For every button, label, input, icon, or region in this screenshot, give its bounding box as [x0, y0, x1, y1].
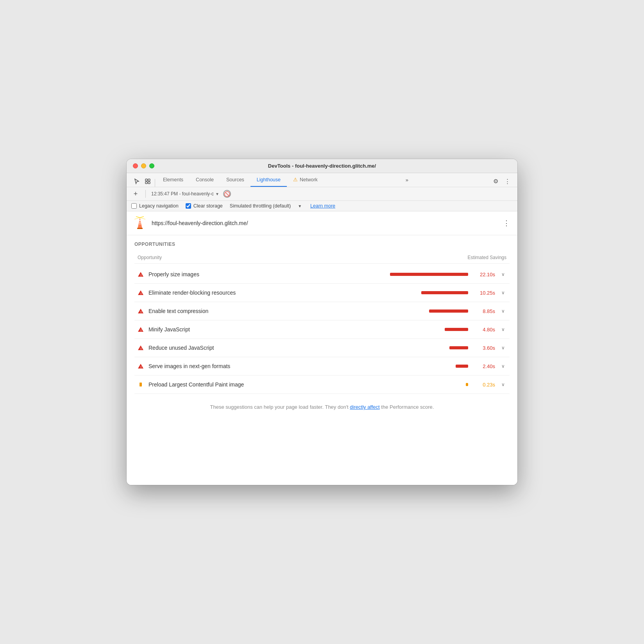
- tab-console[interactable]: Console: [190, 173, 220, 187]
- savings-bar: [449, 346, 468, 349]
- svg-text:!: !: [141, 347, 142, 351]
- inspect-element-button[interactable]: [142, 176, 153, 187]
- audit-divider: [145, 190, 146, 198]
- options-row: Legacy navigation Clear storage Simulate…: [127, 201, 517, 211]
- svg-rect-0: [145, 179, 147, 181]
- clear-storage-checkbox[interactable]: [186, 203, 191, 209]
- table-row[interactable]: ! Enable text compression 8.85s ∨: [134, 302, 510, 320]
- savings-value: 3.60s: [478, 345, 495, 351]
- tab-bar: Elements Console Sources Lighthouse ⚠ Ne…: [127, 173, 517, 187]
- expand-button[interactable]: ∨: [500, 308, 506, 315]
- savings-bar-container: [456, 365, 468, 368]
- error-icon: !: [138, 345, 144, 351]
- learn-more-link[interactable]: Learn more: [310, 203, 335, 209]
- svg-text:!: !: [141, 329, 142, 332]
- savings-bar-container: [429, 309, 468, 313]
- table-header: Opportunity Estimated Savings: [134, 253, 510, 264]
- opportunities-section: OPPORTUNITIES Opportunity Estimated Savi…: [127, 235, 517, 397]
- expand-button[interactable]: ∨: [500, 344, 506, 351]
- opportunity-name: Serve images in next-gen formats: [148, 363, 451, 369]
- opportunity-name: Minify JavaScript: [148, 326, 440, 333]
- opportunity-name: Eliminate render-blocking resources: [148, 290, 417, 296]
- throttling-label: Simulated throttling (default): [230, 203, 291, 209]
- cursor-tool-button[interactable]: [131, 176, 142, 187]
- warning-icon: [138, 381, 144, 388]
- clear-storage-label: Clear storage: [193, 203, 223, 209]
- new-audit-button[interactable]: +: [131, 190, 140, 198]
- footer-text-before: These suggestions can help your page loa…: [210, 404, 350, 410]
- throttling-dropdown-arrow[interactable]: ▼: [298, 204, 302, 208]
- directly-affect-link[interactable]: directly affect: [350, 404, 379, 410]
- col-opportunity: Opportunity: [138, 255, 162, 260]
- no-throttling-icon: 🚫: [223, 190, 231, 198]
- close-button[interactable]: [133, 163, 138, 168]
- savings-value: 0.23s: [478, 382, 495, 388]
- footer-text-after: the Performance score.: [381, 404, 434, 410]
- audit-session-bar: + 12:35:47 PM - foul-heavenly-c ▼ 🚫: [127, 187, 517, 201]
- expand-button[interactable]: ∨: [500, 271, 506, 278]
- table-row[interactable]: ! Minify JavaScript 4.80s ∨: [134, 320, 510, 339]
- svg-rect-6: [138, 220, 141, 221]
- svg-text:!: !: [141, 274, 142, 277]
- table-row[interactable]: ! Serve images in next-gen formats 2.40s…: [134, 357, 510, 376]
- expand-button[interactable]: ∨: [500, 381, 506, 388]
- svg-rect-13: [137, 228, 143, 229]
- savings-value: 8.85s: [478, 308, 495, 314]
- section-title: OPPORTUNITIES: [134, 242, 510, 247]
- error-icon: !: [138, 271, 144, 277]
- tab-network[interactable]: ⚠ Network: [287, 173, 324, 187]
- savings-bar-container: [421, 291, 468, 294]
- lighthouse-logo-icon: [133, 216, 147, 230]
- savings-bar: [445, 328, 468, 331]
- toolbar-settings: ⚙ ⋮: [490, 176, 513, 187]
- audit-session-text: 12:35:47 PM - foul-heavenly-c ▼: [151, 191, 219, 197]
- table-row[interactable]: ! Eliminate render-blocking resources 10…: [134, 284, 510, 302]
- error-icon: !: [138, 308, 144, 314]
- error-icon: !: [138, 326, 144, 333]
- svg-rect-1: [148, 179, 150, 181]
- network-warning-icon: ⚠: [293, 177, 298, 182]
- savings-value: 22.10s: [478, 272, 495, 277]
- tab-more-button[interactable]: »: [402, 173, 411, 187]
- error-icon: !: [138, 363, 144, 369]
- table-row[interactable]: ! Reduce unused JavaScript 3.60s ∨: [134, 339, 510, 357]
- savings-bar-container: [466, 383, 468, 386]
- browser-window: DevTools - foul-heavenly-direction.glitc…: [127, 159, 517, 485]
- expand-button[interactable]: ∨: [500, 289, 506, 296]
- savings-value: 4.80s: [478, 327, 495, 333]
- url-more-button[interactable]: ⋮: [502, 218, 511, 228]
- expand-button[interactable]: ∨: [500, 363, 506, 370]
- svg-rect-3: [148, 182, 150, 184]
- window-title: DevTools - foul-heavenly-direction.glitc…: [268, 163, 376, 169]
- devtools-menu-button[interactable]: ⋮: [502, 176, 513, 187]
- savings-bar: [466, 383, 468, 386]
- savings-value: 2.40s: [478, 363, 495, 369]
- error-icon: !: [138, 290, 144, 296]
- svg-rect-8: [139, 224, 141, 224]
- svg-text:!: !: [141, 365, 142, 369]
- col-savings: Estimated Savings: [468, 255, 506, 260]
- svg-rect-2: [145, 182, 147, 184]
- svg-text:!: !: [141, 292, 142, 295]
- savings-bar: [429, 309, 468, 313]
- opportunity-name: Enable text compression: [148, 308, 424, 314]
- legacy-navigation-checkbox[interactable]: [131, 203, 137, 209]
- savings-bar-container: [445, 328, 468, 331]
- tab-toolbar-divider: [155, 179, 155, 187]
- savings-bar: [456, 365, 468, 368]
- url-bar: https://foul-heavenly-direction.glitch.m…: [127, 211, 517, 235]
- savings-value: 10.25s: [478, 290, 495, 296]
- settings-button[interactable]: ⚙: [490, 176, 501, 187]
- opportunity-name: Properly size images: [148, 271, 385, 277]
- tab-lighthouse[interactable]: Lighthouse: [250, 173, 287, 187]
- tab-sources[interactable]: Sources: [220, 173, 250, 187]
- table-row[interactable]: ! Properly size images 22.10s ∨: [134, 265, 510, 284]
- maximize-button[interactable]: [149, 163, 154, 168]
- title-bar: DevTools - foul-heavenly-direction.glitc…: [127, 159, 517, 173]
- table-row[interactable]: Preload Largest Contentful Paint image 0…: [134, 376, 510, 394]
- tab-elements[interactable]: Elements: [157, 173, 190, 187]
- savings-bar-container: [449, 346, 468, 349]
- traffic-lights: [133, 163, 154, 168]
- expand-button[interactable]: ∨: [500, 326, 506, 333]
- minimize-button[interactable]: [141, 163, 146, 168]
